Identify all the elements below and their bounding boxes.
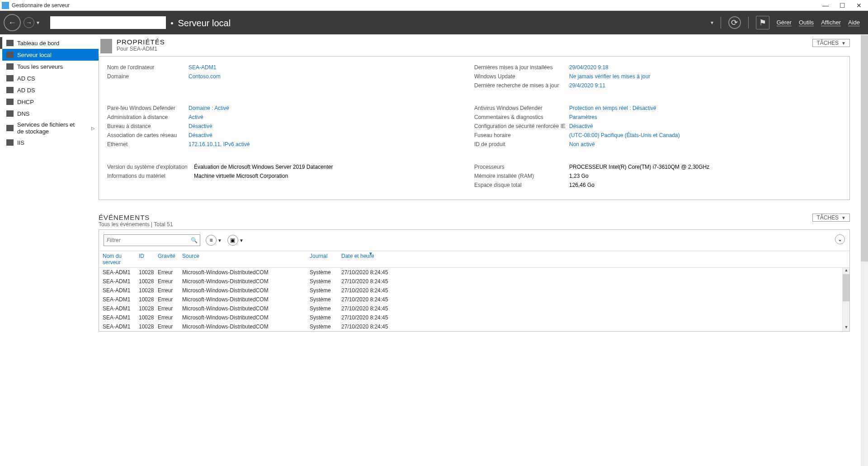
scroll-up-icon[interactable]: ▲ bbox=[843, 268, 849, 274]
cell: Erreur bbox=[158, 314, 182, 321]
sidebar-item-adds[interactable]: AD DS bbox=[0, 84, 99, 96]
property-value[interactable]: 29/04/2020 9:18 bbox=[569, 64, 609, 71]
table-row[interactable]: SEA-ADM110028ErreurMicrosoft-Windows-Dis… bbox=[99, 268, 849, 277]
property-value[interactable]: Désactivé bbox=[189, 123, 212, 129]
property-key: Antivirus Windows Defender bbox=[474, 105, 569, 111]
breadcrumb-main[interactable]: Gestionnaire de serveur bbox=[50, 16, 166, 29]
role-icon bbox=[6, 75, 14, 81]
col-gravity[interactable]: Gravité bbox=[158, 253, 182, 266]
search-icon[interactable]: 🔍 bbox=[188, 237, 200, 243]
property-value[interactable]: Activé bbox=[189, 114, 203, 120]
property-value[interactable]: Ne jamais vérifier les mises à jour bbox=[569, 73, 650, 80]
events-title: ÉVÉNEMENTS bbox=[99, 214, 859, 221]
main-scrollbar[interactable] bbox=[861, 34, 868, 466]
ribbon-divider-2 bbox=[748, 17, 749, 29]
cell: 10028 bbox=[139, 296, 158, 303]
sidebar-item-iis[interactable]: IIS bbox=[0, 137, 99, 148]
cell: Microsoft-Windows-DistributedCOM bbox=[182, 296, 310, 303]
col-id[interactable]: ID bbox=[139, 253, 158, 266]
events-tasks-button[interactable]: TÂCHES▼ bbox=[812, 214, 850, 222]
property-key: Espace disque total bbox=[474, 182, 569, 188]
list-view-button[interactable]: ≡▼ bbox=[206, 235, 222, 246]
maximize-button[interactable]: ☐ bbox=[840, 2, 845, 9]
events-subtitle: Tous les événements | Total 51 bbox=[99, 221, 859, 228]
cell: 27/10/2020 8:24:45 bbox=[341, 305, 400, 312]
events-header: ÉVÉNEMENTS Tous les événements | Total 5… bbox=[99, 200, 859, 229]
sidebar-item-all-servers[interactable]: Tous les serveurs bbox=[0, 61, 99, 72]
property-value[interactable]: Contoso.com bbox=[189, 73, 221, 80]
dropdown-icon[interactable]: ▾ bbox=[37, 19, 39, 26]
cell: Microsoft-Windows-DistributedCOM bbox=[182, 305, 310, 312]
sidebar-item-adcs[interactable]: AD CS bbox=[0, 72, 99, 84]
save-query-button[interactable]: ▣▼ bbox=[227, 235, 244, 246]
table-row[interactable]: SEA-ADM110028ErreurMicrosoft-Windows-Dis… bbox=[99, 304, 849, 313]
properties-tasks-button[interactable]: TÂCHES▼ bbox=[812, 39, 850, 47]
property-row: Espace disque total126,46 Go bbox=[474, 181, 841, 190]
property-key: Windows Update bbox=[474, 73, 569, 80]
property-value[interactable]: 172.16.10.11, IPv6 activé bbox=[189, 141, 250, 147]
forward-button[interactable]: → bbox=[24, 17, 34, 28]
menu-aide[interactable]: Aide bbox=[848, 19, 860, 26]
table-row[interactable]: SEA-ADM110028ErreurMicrosoft-Windows-Dis… bbox=[99, 313, 849, 322]
table-row[interactable]: SEA-ADM110028ErreurMicrosoft-Windows-Dis… bbox=[99, 286, 849, 295]
table-row[interactable]: SEA-ADM110028ErreurMicrosoft-Windows-Dis… bbox=[99, 277, 849, 286]
sidebar-item-local-server[interactable]: Serveur local bbox=[0, 49, 99, 61]
sidebar-item-dhcp[interactable]: DHCP bbox=[0, 96, 99, 108]
minimize-button[interactable]: — bbox=[822, 2, 829, 9]
property-value[interactable]: Non activé bbox=[569, 141, 595, 147]
ribbon-dropdown-icon[interactable]: ▾ bbox=[711, 19, 713, 26]
filter-input[interactable] bbox=[104, 237, 188, 243]
table-row[interactable]: SEA-ADM110028ErreurMicrosoft-Windows-Dis… bbox=[99, 295, 849, 304]
close-button[interactable]: ✕ bbox=[856, 2, 862, 9]
expand-button[interactable]: ⌄ bbox=[835, 234, 845, 244]
menu-afficher[interactable]: Afficher bbox=[821, 19, 841, 26]
property-value[interactable]: Désactivé bbox=[569, 123, 593, 129]
cell: Système bbox=[310, 278, 341, 285]
back-button[interactable]: ← bbox=[4, 14, 21, 31]
grid-body: SEA-ADM110028ErreurMicrosoft-Windows-Dis… bbox=[99, 268, 849, 331]
property-key: Version du système d'exploitation bbox=[107, 164, 194, 170]
cell: Erreur bbox=[158, 296, 182, 303]
property-value[interactable]: Désactivé bbox=[189, 132, 212, 138]
cell: 10028 bbox=[139, 287, 158, 294]
property-value[interactable]: Protection en temps réel : Désactivé bbox=[569, 105, 656, 111]
servers-icon bbox=[6, 63, 14, 70]
cell: 27/10/2020 8:24:45 bbox=[341, 323, 400, 330]
cell: Erreur bbox=[158, 269, 182, 276]
cell: 10028 bbox=[139, 314, 158, 321]
properties-panel: Nom de l'ordinateurSEA-ADM1DomaineContos… bbox=[99, 56, 850, 200]
sidebar-item-dashboard[interactable]: Tableau de bord bbox=[0, 37, 99, 49]
property-value[interactable]: (UTC-08:00) Pacifique (États-Unis et Can… bbox=[569, 132, 680, 138]
properties-title: PROPRIÉTÉS bbox=[117, 38, 165, 46]
sidebar-item-file-storage[interactable]: Services de fichiers et de stockage▷ bbox=[0, 119, 99, 137]
refresh-icon[interactable]: ⟳ bbox=[728, 16, 741, 29]
property-value[interactable]: Paramètres bbox=[569, 114, 597, 120]
grid-scrollbar[interactable]: ▲ ▼ bbox=[842, 268, 849, 331]
menu-outils[interactable]: Outils bbox=[799, 19, 814, 26]
property-row: ProcesseursPROCESSEUR Intel(R) Core(TM) … bbox=[474, 162, 841, 171]
scroll-thumb[interactable] bbox=[843, 274, 849, 301]
sidebar-item-label: DNS bbox=[17, 110, 29, 117]
cell: SEA-ADM1 bbox=[103, 323, 139, 330]
sidebar-item-label: AD CS bbox=[17, 75, 35, 82]
property-value: PROCESSEUR Intel(R) Core(TM) i7-3610QM @… bbox=[569, 164, 709, 170]
menu-gerer[interactable]: Gérer bbox=[777, 19, 792, 26]
col-datetime[interactable]: ▼Date et heure bbox=[341, 253, 400, 266]
notifications-flag-icon[interactable]: ⚑ bbox=[756, 16, 769, 29]
server-icon bbox=[6, 52, 14, 58]
col-server-name[interactable]: Nom du serveur bbox=[103, 253, 139, 266]
property-value[interactable]: Domaine : Activé bbox=[189, 105, 229, 111]
property-value[interactable]: 29/4/2020 9:11 bbox=[569, 82, 605, 89]
filter-box[interactable]: 🔍 bbox=[104, 234, 200, 246]
sidebar: Tableau de bord Serveur local Tous les s… bbox=[0, 34, 99, 466]
property-key: Association de cartes réseau bbox=[107, 132, 189, 138]
property-value[interactable]: SEA-ADM1 bbox=[189, 64, 216, 71]
cell: SEA-ADM1 bbox=[103, 287, 139, 294]
table-row[interactable]: SEA-ADM110028ErreurMicrosoft-Windows-Dis… bbox=[99, 322, 849, 331]
scroll-down-icon[interactable]: ▼ bbox=[843, 325, 849, 331]
sidebar-item-dns[interactable]: DNS bbox=[0, 108, 99, 119]
col-source[interactable]: Source bbox=[182, 253, 310, 266]
col-journal[interactable]: Journal bbox=[310, 253, 341, 266]
property-key: Dernière recherche de mises à jour bbox=[474, 82, 569, 89]
scroll-thumb[interactable] bbox=[861, 35, 868, 262]
